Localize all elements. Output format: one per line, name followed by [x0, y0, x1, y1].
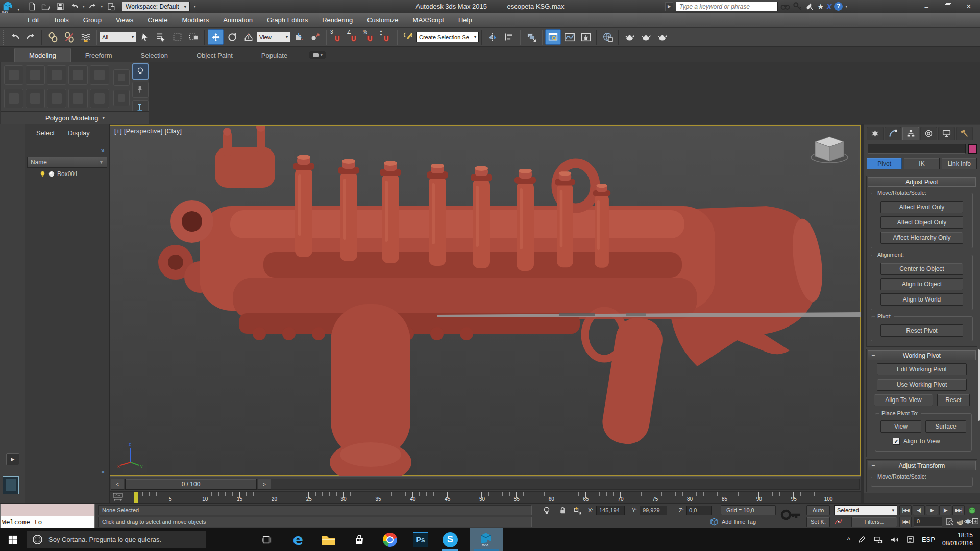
subtab-pivot[interactable]: Pivot: [867, 158, 902, 169]
next-frame-button[interactable]: |▶: [939, 505, 951, 515]
ribbon-tab-modeling[interactable]: Modeling: [14, 48, 71, 62]
perspective-viewport[interactable]: [+] [Perspective] [Clay] z x y: [110, 125, 861, 476]
explorer-name-column-header[interactable]: Name ▼: [27, 157, 107, 168]
next-frame-arrow[interactable]: >: [258, 479, 271, 490]
save-file-button[interactable]: [54, 2, 66, 12]
ribbon-preview-1-button[interactable]: [4, 89, 23, 108]
search-input[interactable]: [676, 2, 778, 11]
layer-manager-button[interactable]: [523, 29, 539, 45]
menu-item[interactable]: Customize: [360, 13, 405, 27]
render-setup-button[interactable]: [600, 29, 616, 45]
menu-item[interactable]: Edit: [20, 13, 46, 27]
filters-button[interactable]: Filters...: [851, 517, 897, 527]
select-and-scale-button[interactable]: [240, 29, 256, 45]
maximize-viewport-icon[interactable]: [971, 517, 979, 525]
tab-hierarchy[interactable]: [902, 127, 919, 140]
add-time-tag[interactable]: Add Time Tag: [722, 519, 756, 525]
ribbon-use-soft-selection-button[interactable]: [132, 63, 149, 80]
cortana-search-box[interactable]: Soy Cortana. Pregunta lo que quieras.: [27, 531, 206, 548]
ribbon-edge-mode-button[interactable]: [26, 65, 45, 85]
menu-item[interactable]: Create: [140, 13, 175, 27]
ribbon-vertex-mode-button[interactable]: [4, 65, 23, 85]
bind-to-space-warp-icon[interactable]: [78, 29, 93, 45]
search-go-icon[interactable]: ▶: [665, 2, 673, 11]
object-visibility-bulb-icon[interactable]: [39, 171, 46, 178]
menu-item[interactable]: Tools: [46, 13, 76, 27]
tray-pen-icon[interactable]: [857, 535, 866, 544]
menu-item[interactable]: Help: [451, 13, 479, 27]
language-indicator[interactable]: ESP: [922, 536, 935, 543]
align-to-world-button[interactable]: Align to World: [880, 293, 963, 306]
use-pivot-point-center-button[interactable]: [291, 29, 307, 45]
taskbar-explorer-button[interactable]: [316, 528, 341, 551]
select-and-manipulate-button[interactable]: [307, 29, 323, 45]
percent-snap-toggle[interactable]: %: [362, 29, 378, 45]
ribbon-tab-object-paint[interactable]: Object Paint: [182, 48, 247, 62]
menu-item[interactable]: Group: [76, 13, 109, 27]
reference-coordinate-dropdown[interactable]: View ▾: [257, 32, 290, 42]
ribbon-media-button[interactable]: ▾: [309, 51, 326, 59]
select-by-name-button[interactable]: [153, 29, 169, 45]
open-file-button[interactable]: [40, 2, 52, 12]
menu-item[interactable]: Animation: [216, 13, 260, 27]
exchange-apps-icon[interactable]: X: [826, 2, 831, 11]
viewcube[interactable]: [804, 132, 853, 166]
named-selection-sets-dropdown[interactable]: Create Selection Se ▾: [416, 32, 479, 42]
tray-network-icon[interactable]: [873, 535, 883, 544]
ribbon-tab-populate[interactable]: Populate: [247, 48, 302, 62]
mirror-button[interactable]: [485, 29, 501, 45]
toolbar-overflow-caret-icon[interactable]: ▾: [194, 5, 196, 9]
tab-create[interactable]: [867, 127, 884, 140]
menu-item[interactable]: MAXScript: [406, 13, 451, 27]
taskbar-edge-button[interactable]: e: [286, 528, 310, 551]
ribbon-tab-selection[interactable]: Selection: [127, 48, 182, 62]
material-editor-button[interactable]: [622, 29, 638, 45]
redo-caret-icon[interactable]: ▾: [101, 5, 103, 9]
affect-object-only-button[interactable]: Affect Object Only: [880, 216, 963, 229]
align-to-view-button[interactable]: Align To View: [874, 394, 933, 406]
tray-notes-icon[interactable]: [906, 535, 915, 544]
ribbon-preview-4-button[interactable]: [68, 89, 88, 108]
default-in-out-tangent-icon[interactable]: [834, 517, 843, 527]
ribbon-preview-5-button[interactable]: [90, 89, 109, 108]
sign-in-key-icon[interactable]: [793, 2, 802, 11]
workspace-dropdown[interactable]: Workspace: Default ▾: [122, 2, 190, 11]
play-animation-button[interactable]: ▶: [926, 505, 938, 515]
set-key-button[interactable]: Set K.: [806, 517, 830, 527]
ribbon-preview-2-button[interactable]: [26, 89, 45, 108]
selection-filter-dropdown[interactable]: All ▾: [100, 32, 136, 42]
previous-frame-arrow[interactable]: <: [111, 479, 124, 490]
render-production-button[interactable]: [654, 29, 670, 45]
tab-motion[interactable]: [920, 127, 937, 140]
ribbon-pin-button[interactable]: [132, 82, 149, 98]
affect-pivot-only-button[interactable]: Affect Pivot Only: [880, 201, 963, 213]
start-button[interactable]: [0, 528, 26, 551]
new-scene-button[interactable]: [26, 2, 38, 12]
ribbon-polygon-mode-button[interactable]: [68, 65, 88, 85]
time-slider-handle[interactable]: 0 / 100: [125, 479, 257, 490]
minimize-button[interactable]: –: [921, 3, 932, 11]
listener-macro-row[interactable]: [1, 504, 94, 516]
select-object-button[interactable]: [137, 29, 153, 45]
shotgun-clay-model[interactable]: [110, 126, 861, 477]
go-to-end-button[interactable]: ▶▶|: [952, 505, 965, 515]
time-configuration-icon[interactable]: [945, 517, 954, 526]
ribbon-preview-3-button[interactable]: [47, 89, 66, 108]
maxscript-mini-listener[interactable]: Welcome to: [0, 504, 95, 529]
adjust-transform-header[interactable]: – Adjust Transform: [868, 461, 976, 470]
rectangular-selection-region-button[interactable]: [169, 29, 185, 45]
taskbar-store-button[interactable]: [347, 528, 372, 551]
key-mode-toggle[interactable]: |◀▶|: [899, 517, 912, 527]
restore-button[interactable]: [945, 4, 950, 9]
set-keys-key-icon[interactable]: [780, 508, 802, 524]
expand-tray-button[interactable]: ▶: [6, 453, 19, 465]
taskbar-photoshop-button[interactable]: Ps: [408, 528, 433, 551]
menu-item[interactable]: Views: [109, 13, 140, 27]
unlink-selection-icon[interactable]: [61, 29, 77, 45]
edit-named-selection-sets-button[interactable]: [400, 29, 416, 45]
center-to-object-button[interactable]: Center to Object: [880, 263, 963, 275]
auto-key-button[interactable]: Auto: [806, 505, 830, 515]
window-crossing-toggle[interactable]: [186, 29, 202, 45]
scene-object-row[interactable]: ···· Box001: [27, 169, 78, 179]
help-icon[interactable]: ?: [834, 2, 843, 11]
